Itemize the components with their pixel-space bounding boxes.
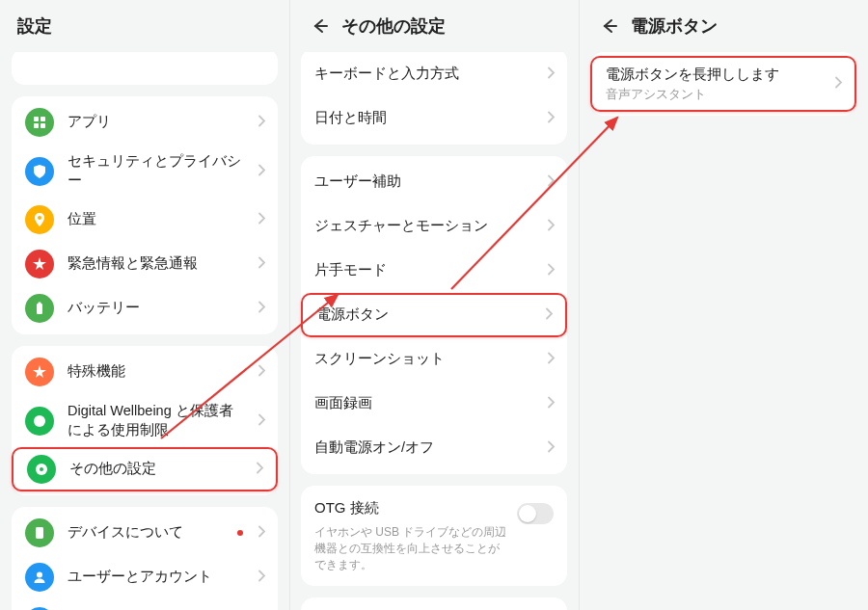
row-keyboard[interactable]: キーボードと入力方式 — [301, 52, 567, 96]
about-icon — [25, 518, 54, 547]
chevron — [546, 395, 556, 413]
chevron-right-icon — [257, 211, 266, 226]
row-autopower[interactable]: 自動電源オン/オフ — [301, 426, 567, 470]
row-apps[interactable]: アプリ — [12, 100, 278, 145]
row-label: 自動電源オン/オフ — [314, 431, 554, 465]
row-special[interactable]: 特殊機能 — [12, 350, 278, 394]
chevron — [546, 351, 556, 369]
chevron-right-icon — [546, 351, 556, 366]
row-label: アプリ — [68, 105, 264, 140]
apps-icon — [25, 108, 54, 137]
chevron-right-icon — [546, 395, 556, 411]
row-more[interactable]: その他の設定 — [12, 447, 278, 491]
more-group-1: キーボードと入力方式日付と時間 — [301, 52, 567, 145]
otg-title: OTG 接続 — [314, 499, 379, 517]
chevron-right-icon — [257, 255, 266, 271]
panel-3-scroll[interactable]: 電源ボタンを長押しします音声アシスタント — [579, 52, 868, 610]
panel-2-header: その他の設定 — [289, 0, 579, 52]
row-label: デバイスについて — [68, 516, 264, 550]
row-label: 片手モード — [314, 253, 554, 288]
row-wellbeing[interactable]: Digital Wellbeing と保護者による使用制限 — [12, 394, 278, 447]
chevron — [833, 75, 843, 93]
arrow-left-icon — [310, 16, 329, 36]
row-users[interactable]: ユーザーとアカウント — [12, 555, 278, 599]
chevron-right-icon — [546, 173, 556, 189]
row-longpress[interactable]: 電源ボタンを長押しします音声アシスタント — [590, 56, 856, 112]
row-label: キーボードと入力方式 — [314, 57, 554, 92]
row-emergency[interactable]: 緊急情報と緊急通報 — [12, 242, 278, 286]
row-power[interactable]: 電源ボタン — [301, 293, 567, 337]
chevron-right-icon — [257, 411, 266, 427]
security-icon — [25, 157, 54, 186]
row-battery[interactable]: バッテリー — [12, 286, 278, 331]
row-truncated-top[interactable] — [12, 52, 278, 81]
back-button[interactable] — [307, 13, 332, 39]
otg-description: イヤホンや USB ドライブなどの周辺機器との互換性を向上させることができます。 — [301, 524, 567, 582]
panel-1-title: 設定 — [17, 14, 52, 38]
svg-point-11 — [37, 572, 42, 578]
chevron — [257, 524, 266, 543]
battery-icon — [25, 294, 54, 323]
svg-rect-2 — [34, 123, 39, 128]
row-label: バッテリー — [68, 291, 264, 326]
location-icon — [25, 205, 54, 234]
power-group: 電源ボタンを長押しします音声アシスタント — [590, 52, 856, 116]
row-gestures[interactable]: ジェスチャーとモーション — [301, 204, 567, 249]
row-google[interactable]: GGoogle — [12, 599, 278, 610]
row-label: スクリーンショット — [314, 342, 554, 377]
row-system[interactable]: システムサービス — [301, 601, 567, 610]
chevron — [257, 411, 266, 430]
row-label: その他の設定 — [69, 452, 262, 487]
chevron — [257, 255, 266, 274]
row-security[interactable]: セキュリティとプライバシー — [12, 145, 278, 198]
svg-rect-6 — [39, 303, 41, 305]
row-location[interactable]: 位置 — [12, 198, 278, 242]
chevron-right-icon — [257, 114, 266, 129]
more-icon — [27, 455, 56, 484]
chevron-right-icon — [546, 66, 556, 81]
panel-3-inner: 電源ボタンを長押しします音声アシスタント — [579, 52, 868, 146]
panel-1-scroll[interactable]: アプリセキュリティとプライバシー位置緊急情報と緊急通報バッテリー 特殊機能Dig… — [0, 52, 289, 610]
chevron — [257, 211, 266, 229]
chevron-right-icon — [544, 306, 554, 322]
special-icon — [25, 358, 54, 386]
chevron — [257, 363, 266, 382]
svg-rect-5 — [37, 304, 42, 314]
chevron — [544, 306, 554, 325]
chevron-right-icon — [546, 218, 556, 233]
row-subtitle: 音声アシスタント — [606, 87, 824, 103]
row-label: セキュリティとプライバシー — [68, 145, 264, 198]
chevron-right-icon — [257, 162, 266, 177]
panel-3-header: 電源ボタン — [579, 0, 868, 52]
chevron — [257, 162, 266, 180]
chevron-right-icon — [255, 461, 264, 476]
more-group-2: ユーザー補助ジェスチャーとモーション片手モード電源ボタンスクリーンショット画面録… — [301, 156, 567, 474]
chevron-right-icon — [257, 363, 266, 379]
chevron-right-icon — [833, 75, 843, 91]
panel-2-scroll[interactable]: キーボードと入力方式日付と時間 ユーザー補助ジェスチャーとモーション片手モード電… — [289, 52, 579, 610]
settings-group-2: 特殊機能Digital Wellbeing と保護者による使用制限その他の設定 — [12, 346, 278, 495]
row-label: システムサービス — [314, 607, 554, 610]
row-datetime[interactable]: 日付と時間 — [301, 96, 567, 141]
row-screenrec[interactable]: 画面録画 — [301, 382, 567, 426]
svg-rect-3 — [41, 123, 45, 128]
arrow-left-icon — [599, 16, 618, 36]
row-about[interactable]: デバイスについて — [12, 511, 278, 555]
svg-rect-0 — [34, 117, 39, 121]
row-onehand[interactable]: 片手モード — [301, 249, 567, 293]
chevron-right-icon — [546, 262, 556, 278]
settings-group-3: デバイスについてユーザーとアカウントGGoogle — [12, 507, 278, 610]
chevron-right-icon — [546, 110, 556, 125]
chevron — [546, 218, 556, 236]
row-label: Google — [68, 604, 264, 610]
row-accessibility[interactable]: ユーザー補助 — [301, 160, 567, 204]
back-button-3[interactable] — [596, 13, 621, 39]
divider-2 — [579, 0, 580, 610]
otg-toggle[interactable] — [517, 503, 554, 524]
svg-point-7 — [34, 415, 45, 427]
users-icon — [25, 563, 54, 592]
row-label: ジェスチャーとモーション — [314, 209, 554, 244]
chevron — [546, 110, 556, 128]
row-screenshot[interactable]: スクリーンショット — [301, 337, 567, 382]
notification-dot — [237, 530, 243, 536]
